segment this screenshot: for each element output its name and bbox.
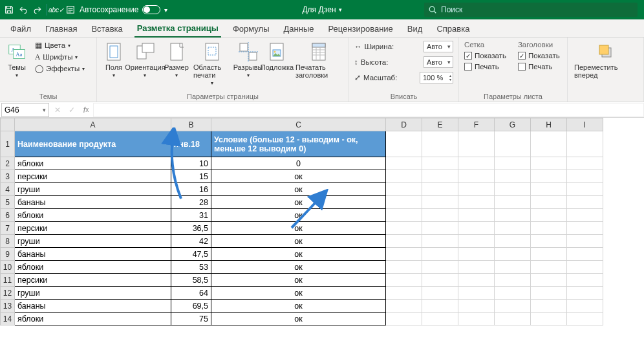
cell[interactable]: [495, 313, 531, 325]
cell[interactable]: [386, 209, 422, 222]
cell[interactable]: ок: [211, 222, 386, 235]
table-header[interactable]: Условие (больше 12 - выводим - ок, меньш…: [211, 131, 386, 157]
row-header[interactable]: 2: [1, 157, 15, 170]
cell[interactable]: ок: [211, 183, 386, 196]
cell[interactable]: [386, 274, 422, 287]
row-header[interactable]: 4: [1, 183, 15, 196]
table-header[interactable]: Наименование продукта: [15, 131, 171, 157]
orientation-button[interactable]: Ориентация▾: [128, 40, 162, 80]
cell[interactable]: [458, 287, 495, 300]
fit-width-select[interactable]: Авто: [424, 41, 453, 52]
cell[interactable]: яблоки: [15, 209, 171, 222]
cell[interactable]: [567, 287, 603, 300]
column-header[interactable]: I: [567, 118, 603, 131]
print-titles-button[interactable]: Печатать заголовки: [293, 40, 345, 80]
cell[interactable]: груши: [15, 183, 171, 196]
cell[interactable]: [458, 313, 495, 325]
margins-button[interactable]: Поля▾: [101, 40, 127, 80]
cell[interactable]: [531, 287, 567, 300]
cell[interactable]: [495, 196, 531, 209]
cell[interactable]: [495, 287, 531, 300]
cell[interactable]: 0: [211, 157, 386, 170]
tab-help[interactable]: Справка: [434, 20, 472, 37]
gridlines-print-checkbox[interactable]: Печать: [463, 62, 508, 71]
tab-insert[interactable]: Вставка: [89, 20, 125, 37]
cell[interactable]: ок: [211, 209, 386, 222]
cell[interactable]: 16: [171, 183, 211, 196]
cell[interactable]: 31: [171, 209, 211, 222]
save-icon[interactable]: [4, 5, 14, 15]
row-header[interactable]: 8: [1, 235, 15, 248]
cell[interactable]: 53: [171, 261, 211, 274]
cell[interactable]: [495, 248, 531, 261]
formula-input[interactable]: [93, 103, 644, 117]
cell[interactable]: 10: [171, 157, 211, 170]
gridlines-view-checkbox[interactable]: ✓Показать: [463, 51, 508, 60]
switch-off-icon[interactable]: [142, 5, 160, 14]
breaks-button[interactable]: Разрывы▾: [235, 40, 261, 80]
column-header[interactable]: H: [531, 118, 567, 131]
cell[interactable]: ок: [211, 313, 386, 325]
cell[interactable]: [567, 300, 603, 313]
cell[interactable]: [531, 209, 567, 222]
cell[interactable]: 36,5: [171, 222, 211, 235]
cell[interactable]: ок: [211, 287, 386, 300]
cell[interactable]: [531, 170, 567, 183]
cell[interactable]: [458, 131, 495, 157]
cell[interactable]: [386, 170, 422, 183]
fit-height-select[interactable]: Авто: [424, 56, 453, 68]
redo-icon[interactable]: [32, 5, 43, 15]
cell[interactable]: [422, 248, 458, 261]
cell[interactable]: [422, 261, 458, 274]
cell[interactable]: яблоки: [15, 261, 171, 274]
cell[interactable]: [531, 313, 567, 325]
cell[interactable]: 47,5: [171, 248, 211, 261]
cell[interactable]: [567, 274, 603, 287]
cell[interactable]: [458, 235, 495, 248]
cell[interactable]: [458, 300, 495, 313]
cell[interactable]: ок: [211, 196, 386, 209]
cell[interactable]: ок: [211, 235, 386, 248]
row-header[interactable]: 10: [1, 261, 15, 274]
cell[interactable]: [458, 196, 495, 209]
fx-icon[interactable]: fx: [79, 105, 93, 115]
cell[interactable]: [567, 313, 603, 325]
enter-icon[interactable]: ✓: [65, 105, 79, 115]
row-header[interactable]: 1: [1, 131, 15, 157]
cell[interactable]: 69,5: [171, 300, 211, 313]
cell[interactable]: [531, 183, 567, 196]
cell[interactable]: груши: [15, 235, 171, 248]
themes-button[interactable]: AaAa Темы ▾: [4, 40, 30, 80]
form-icon[interactable]: [65, 5, 76, 15]
cell[interactable]: [531, 235, 567, 248]
name-box[interactable]: G46▾: [1, 103, 49, 117]
cell[interactable]: 28: [171, 196, 211, 209]
cell[interactable]: [458, 222, 495, 235]
cell[interactable]: ок: [211, 274, 386, 287]
tab-file[interactable]: Файл: [8, 20, 34, 37]
cell[interactable]: [567, 183, 603, 196]
column-header[interactable]: F: [458, 118, 495, 131]
column-header[interactable]: C: [211, 118, 386, 131]
fonts-button[interactable]: AШрифты ▾: [34, 52, 86, 61]
cancel-icon[interactable]: ✕: [50, 105, 65, 115]
row-header[interactable]: 12: [1, 287, 15, 300]
cell[interactable]: [531, 300, 567, 313]
cell[interactable]: [567, 261, 603, 274]
cell[interactable]: [422, 170, 458, 183]
search-box[interactable]: Поиск: [424, 3, 638, 17]
cell[interactable]: [531, 274, 567, 287]
cell[interactable]: [386, 287, 422, 300]
colors-button[interactable]: ▦Цвета ▾: [34, 40, 86, 50]
cell[interactable]: бананы: [15, 196, 171, 209]
row-header[interactable]: 14: [1, 313, 15, 325]
tab-data[interactable]: Данные: [281, 20, 316, 37]
cell[interactable]: [495, 209, 531, 222]
tab-home[interactable]: Главная: [43, 20, 80, 37]
cell[interactable]: [422, 300, 458, 313]
row-header[interactable]: 5: [1, 196, 15, 209]
cell[interactable]: персики: [15, 222, 171, 235]
cell[interactable]: [567, 170, 603, 183]
cell[interactable]: [531, 248, 567, 261]
cell[interactable]: ок: [211, 300, 386, 313]
